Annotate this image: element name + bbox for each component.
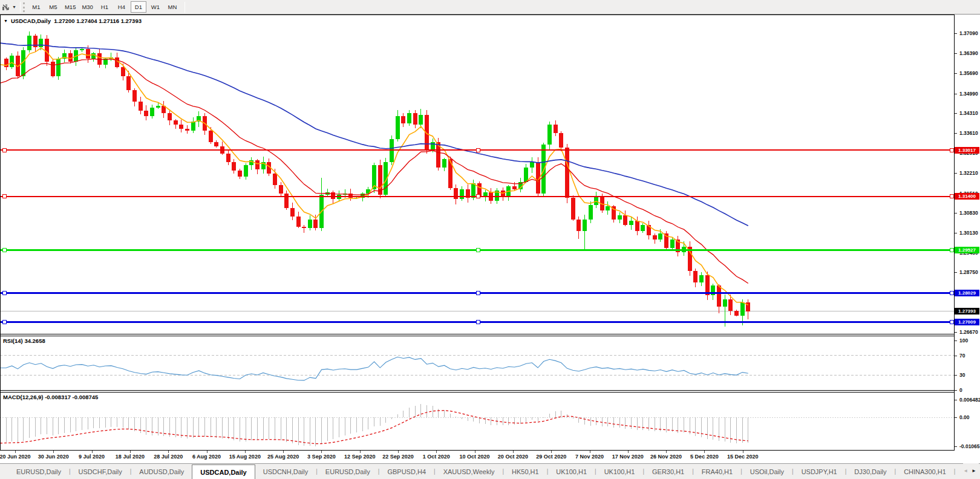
tab-scroll-arrows: ◄ ► [963, 463, 979, 479]
date-tick [628, 451, 629, 453]
date-tick [130, 451, 131, 453]
date-tick [207, 451, 207, 453]
date-label: 20 Jun 2020 [0, 454, 31, 460]
line-drag-handle[interactable] [476, 148, 480, 152]
horizontal-level-line[interactable] [0, 148, 955, 152]
timeframe-button-M15[interactable]: M15 [62, 1, 78, 13]
chart-cursor-icon [2, 3, 10, 11]
date-tick [398, 451, 399, 453]
axis-tick [955, 94, 957, 94]
axis-tick [955, 213, 957, 213]
price-tick-label: 1.37090 [959, 30, 978, 37]
timeframe-button-M5[interactable]: M5 [45, 1, 61, 13]
date-tick [245, 451, 246, 453]
line-drag-handle[interactable] [476, 249, 480, 252]
chart-tab-DJ30,Daily[interactable]: DJ30,Daily [846, 464, 894, 479]
line-drag-handle[interactable] [2, 148, 6, 152]
chart-tab-USDCAD,Daily[interactable]: USDCAD,Daily [192, 464, 255, 479]
timeframe-button-D1[interactable]: D1 [131, 1, 146, 13]
line-drag-handle[interactable] [476, 195, 480, 198]
chart-tool-button[interactable]: ▼ [0, 0, 19, 14]
date-label: 17 Nov 2020 [612, 454, 644, 460]
chart-tab-EURUSD,Daily[interactable]: EURUSD,Daily [318, 464, 378, 479]
rsi-pane-label: RSI(14) 34.2658 [3, 337, 45, 344]
line-drag-handle[interactable] [950, 292, 953, 295]
toolbar-grip-handle[interactable] [23, 2, 25, 12]
axis-tick [955, 341, 957, 341]
chart-tab-AUDUSD,Daily[interactable]: AUDUSD,Daily [131, 464, 192, 479]
date-label: 25 Aug 2020 [267, 454, 299, 460]
axis-tick [955, 417, 957, 418]
axis-tick [955, 73, 957, 74]
timeframe-button-H1[interactable]: H1 [97, 1, 113, 13]
chart-tab-USDCNH,Daily[interactable]: USDCNH,Daily [255, 464, 316, 479]
axis-tick [955, 400, 957, 400]
chart-tab-USDCHF,Daily[interactable]: USDCHF,Daily [71, 464, 130, 479]
price-tick-label: 1.26670 [959, 329, 978, 336]
chart-tab-GER30,H1[interactable]: GER30,H1 [644, 464, 692, 479]
chart-tab-USOil,Daily[interactable]: USOil,Daily [742, 464, 792, 479]
chart-tab-XAUUSD,Weekly[interactable]: XAUUSD,Weekly [436, 464, 503, 479]
date-tick [436, 451, 437, 453]
line-drag-handle[interactable] [2, 249, 6, 252]
price-tick-label: 1.28750 [959, 269, 978, 276]
main-chart[interactable] [0, 15, 955, 451]
date-axis[interactable]: 20 Jun 202030 Jun 20209 Jul 202018 Jul 2… [0, 451, 980, 463]
price-tick-label: 1.35690 [959, 70, 978, 77]
line-drag-handle[interactable] [2, 321, 6, 324]
chart-tab-HK50,H1[interactable]: HK50,H1 [504, 464, 547, 479]
date-label: 6 Aug 2020 [192, 454, 221, 460]
line-drag-handle[interactable] [950, 249, 953, 252]
window-menu-caret-icon[interactable]: ▼ [4, 19, 8, 23]
timeframe-button-MN[interactable]: MN [165, 1, 180, 13]
line-drag-handle[interactable] [476, 321, 480, 324]
chart-tab-UK100,H1[interactable]: UK100,H1 [596, 464, 643, 479]
line-drag-handle[interactable] [2, 292, 6, 295]
axis-tick [955, 390, 957, 391]
macd-histogram [6, 404, 748, 446]
timeframe-button-M1[interactable]: M1 [28, 1, 44, 13]
macd-tick-label: 0.006482 [959, 397, 980, 403]
horizontal-level-line[interactable] [0, 249, 955, 252]
line-drag-handle[interactable] [950, 195, 953, 198]
chart-tab-EURUSD,Daily[interactable]: EURUSD,Daily [8, 464, 69, 479]
timeframe-button-W1[interactable]: W1 [148, 1, 163, 13]
chevron-down-icon: ▼ [12, 5, 16, 9]
pane-borders [0, 15, 955, 451]
date-label: 15 Aug 2020 [229, 454, 261, 460]
line-drag-handle[interactable] [2, 195, 6, 198]
date-label: 20 Oct 2020 [498, 454, 528, 460]
chart-tab-USDJPY,H1[interactable]: USDJPY,H1 [794, 464, 845, 479]
date-label: 3 Sep 2020 [307, 454, 336, 460]
ma-slow-line[interactable] [0, 43, 748, 226]
date-label: 10 Oct 2020 [460, 454, 490, 460]
horizontal-level-line[interactable] [0, 321, 955, 324]
date-tick [513, 451, 514, 453]
chart-tab-CHINA300,H1[interactable]: CHINA300,H1 [896, 464, 954, 479]
price-tick-label: 1.34990 [959, 91, 978, 97]
chart-symbol-period: USDCAD,Daily [11, 18, 51, 24]
rsi-tick-label: 100 [959, 337, 968, 344]
horizontal-level-line[interactable] [0, 195, 955, 198]
chart-title: ▼USDCAD,Daily 1.27200 1.27404 1.27116 1.… [4, 18, 142, 24]
date-tick [666, 451, 667, 453]
axis-tick [955, 375, 957, 376]
macd-tick-label: 0.00 [959, 414, 970, 421]
tab-scroll-right-icon[interactable]: ► [972, 469, 976, 474]
timeframe-button-M30[interactable]: M30 [79, 1, 95, 13]
rsi-tick-label: 0 [959, 387, 962, 394]
chart-tab-UK100,H1[interactable]: UK100,H1 [548, 464, 595, 479]
chart-tab-GBPUSD,H4[interactable]: GBPUSD,H4 [379, 464, 434, 479]
chart-ohlc-values: 1.27200 1.27404 1.27116 1.27393 [54, 18, 142, 24]
line-drag-handle[interactable] [476, 292, 480, 295]
axis-tick [955, 233, 957, 233]
horizontal-level-line[interactable] [0, 292, 955, 295]
price-tick-label: 1.36390 [959, 50, 978, 57]
line-drag-handle[interactable] [950, 321, 953, 324]
timeframe-button-H4[interactable]: H4 [114, 1, 129, 13]
price-tick-label: 1.33610 [959, 130, 978, 137]
line-drag-handle[interactable] [950, 148, 953, 152]
tab-scroll-left-icon[interactable]: ◄ [963, 469, 968, 474]
price-axis[interactable]: 1.370901.363901.356901.349901.343101.336… [955, 15, 980, 451]
chart-tab-FRA40,H1[interactable]: FRA40,H1 [694, 464, 740, 479]
